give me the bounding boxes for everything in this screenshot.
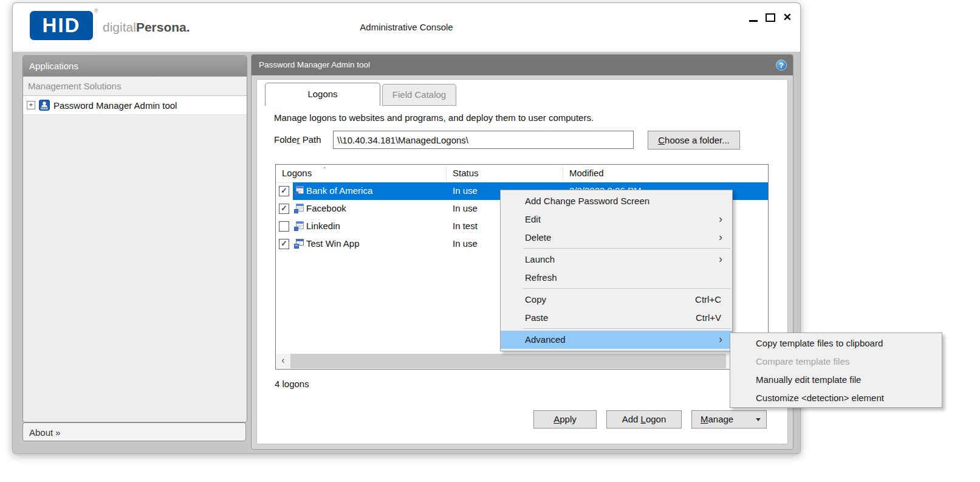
- menu-separator: [523, 328, 731, 329]
- submenu-arrow-icon: ›: [719, 250, 722, 268]
- window-title: Administrative Console: [360, 22, 453, 32]
- close-icon[interactable]: ✕: [783, 12, 792, 24]
- logon-name: Test Win App: [306, 238, 360, 249]
- web-logon-icon: [294, 186, 304, 196]
- list-header-row: Logons ˊ Status Modified: [276, 165, 768, 183]
- row-checkbox-unchecked[interactable]: [279, 221, 289, 232]
- row-checkbox-checked[interactable]: ✓: [279, 204, 289, 214]
- choose-folder-button[interactable]: Choose a folder...: [648, 131, 740, 150]
- window-controls: ✕: [749, 10, 792, 25]
- sidebar-header: Applications: [23, 56, 247, 77]
- sidebar-group-management-solutions: Management Solutions: [23, 77, 247, 96]
- description-text: Manage logons to websites and programs, …: [274, 112, 594, 123]
- submenu-arrow-icon: ›: [719, 210, 722, 228]
- brand-wordmark: digitalPersona.: [103, 20, 190, 35]
- column-divider: [563, 167, 563, 181]
- submenu-item-customize-detection-element[interactable]: Customize <detection> element: [730, 389, 942, 407]
- sidebar-item-password-manager[interactable]: + Password Manager Admin tool: [23, 96, 247, 115]
- row-checkbox-checked[interactable]: ✓: [279, 239, 289, 249]
- title-bar: HID ® digitalPersona. Administrative Con…: [13, 3, 800, 52]
- logon-name: Facebook: [306, 203, 346, 213]
- horizontal-scrollbar[interactable]: ‹: [276, 354, 767, 368]
- submenu-item-copy-template-files[interactable]: Copy template files to clipboard: [730, 334, 942, 353]
- expand-icon[interactable]: +: [27, 101, 35, 109]
- applications-sidebar: Applications Management Solutions + Pass…: [22, 55, 247, 422]
- logon-count: 4 logons: [275, 379, 309, 389]
- dropdown-arrow-icon: [756, 418, 761, 421]
- submenu-item-manually-edit-template-file[interactable]: Manually edit template file: [730, 371, 942, 389]
- web-logon-icon: [294, 221, 304, 231]
- menu-item-copy[interactable]: CopyCtrl+C: [501, 291, 732, 309]
- logon-status: In use: [453, 185, 478, 196]
- advanced-submenu: Copy template files to clipboard Compare…: [730, 332, 942, 408]
- scrollbar-thumb[interactable]: [290, 354, 726, 368]
- column-header-status[interactable]: Status: [453, 168, 479, 178]
- column-divider: [446, 167, 447, 181]
- help-icon[interactable]: ?: [776, 60, 787, 71]
- menu-separator: [523, 248, 731, 249]
- registered-mark: ®: [94, 8, 98, 14]
- about-link[interactable]: About »: [22, 422, 246, 441]
- panel-title: Password Manager Admin tool: [259, 60, 370, 69]
- shortcut-label: Ctrl+C: [695, 291, 721, 309]
- column-header-logons[interactable]: Logons: [282, 168, 312, 178]
- sidebar-item-label: Password Manager Admin tool: [53, 100, 177, 111]
- panel-header: Password Manager Admin tool ?: [252, 55, 793, 75]
- screen: HID ® digitalPersona. Administrative Con…: [0, 0, 980, 482]
- row-checkbox-checked[interactable]: ✓: [279, 186, 289, 196]
- column-header-modified[interactable]: Modified: [569, 168, 604, 178]
- tab-logons[interactable]: Logons: [265, 83, 380, 106]
- add-logon-button[interactable]: Add Logon: [606, 410, 682, 429]
- folder-path-input[interactable]: [333, 131, 634, 149]
- logon-status: In use: [453, 238, 478, 249]
- menu-item-launch[interactable]: Launch›: [501, 250, 732, 269]
- menu-separator: [523, 288, 731, 289]
- hid-logo: HID: [30, 11, 93, 40]
- windows-app-icon: [294, 239, 304, 249]
- sort-ascending-icon: ˊ: [323, 166, 326, 175]
- minimize-icon[interactable]: [749, 20, 758, 22]
- menu-item-refresh[interactable]: Refresh: [501, 269, 732, 287]
- menu-item-delete[interactable]: Delete›: [501, 229, 732, 247]
- menu-item-edit[interactable]: Edit›: [501, 210, 732, 229]
- submenu-item-compare-template-files: Compare template files: [730, 353, 942, 371]
- logon-name: Bank of America: [306, 185, 372, 196]
- menu-item-advanced[interactable]: Advanced›: [501, 331, 732, 349]
- submenu-arrow-icon: ›: [719, 330, 722, 348]
- submenu-arrow-icon: ›: [719, 228, 722, 246]
- password-manager-icon: [39, 100, 50, 111]
- web-logon-icon: [294, 204, 304, 213]
- maximize-icon[interactable]: [766, 13, 775, 22]
- menu-item-add-change-password-screen[interactable]: Add Change Password Screen: [501, 192, 732, 210]
- context-menu: Add Change Password Screen Edit› Delete›…: [500, 190, 733, 351]
- tab-field-catalog[interactable]: Field Catalog: [382, 84, 456, 106]
- logon-status: In test: [453, 221, 478, 231]
- app-window: HID ® digitalPersona. Administrative Con…: [12, 2, 801, 454]
- scroll-left-icon[interactable]: ‹: [276, 354, 290, 368]
- logon-name: Linkedin: [306, 221, 340, 231]
- apply-button[interactable]: Apply: [533, 410, 597, 429]
- menu-item-paste[interactable]: PasteCtrl+V: [501, 309, 732, 327]
- shortcut-label: Ctrl+V: [696, 309, 721, 327]
- manage-button[interactable]: Manage: [691, 410, 767, 429]
- folder-path-label: Folder Path: [274, 134, 321, 145]
- logon-status: In use: [453, 203, 478, 213]
